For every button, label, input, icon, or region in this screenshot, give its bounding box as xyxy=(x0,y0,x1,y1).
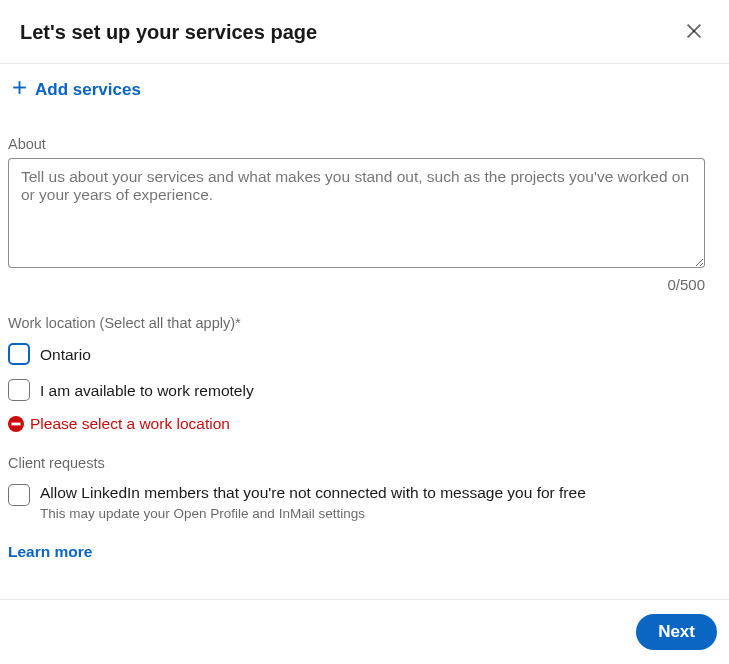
work-location-option-ontario[interactable]: Ontario xyxy=(8,343,721,365)
work-location-error-text: Please select a work location xyxy=(30,415,230,433)
scrollbar[interactable] xyxy=(721,64,729,599)
checkbox-remote[interactable] xyxy=(8,379,30,401)
modal-header: Let's set up your services page xyxy=(0,0,729,64)
about-textarea[interactable] xyxy=(8,158,705,268)
plus-icon xyxy=(10,78,29,102)
work-location-error: Please select a work location xyxy=(8,415,721,433)
modal-footer: Next xyxy=(0,599,729,664)
client-requests-label: Client requests xyxy=(8,455,721,471)
close-button[interactable] xyxy=(679,16,709,49)
services-setup-modal: Let's set up your services page Services… xyxy=(0,0,729,664)
work-location-option-remote[interactable]: I am available to work remotely xyxy=(8,379,721,401)
checkbox-allow-messages-sub: This may update your Open Profile and In… xyxy=(40,506,586,521)
checkbox-ontario-label: Ontario xyxy=(40,345,91,364)
checkbox-remote-label: I am available to work remotely xyxy=(40,381,254,400)
learn-more-link[interactable]: Learn more xyxy=(8,543,92,561)
checkbox-ontario[interactable] xyxy=(8,343,30,365)
work-location-label: Work location (Select all that apply)* xyxy=(8,315,721,331)
svg-rect-5 xyxy=(12,423,21,426)
about-char-count: 0/500 xyxy=(8,276,705,293)
modal-body[interactable]: Services provided Add services About 0/5… xyxy=(0,64,729,599)
client-requests-text: Allow LinkedIn members that you're not c… xyxy=(40,483,586,521)
add-services-label: Add services xyxy=(35,80,141,100)
checkbox-allow-messages-label: Allow LinkedIn members that you're not c… xyxy=(40,483,586,502)
next-button[interactable]: Next xyxy=(636,614,717,650)
close-icon xyxy=(683,20,705,45)
error-icon xyxy=(8,416,24,432)
modal-title: Let's set up your services page xyxy=(20,21,317,44)
client-requests-option[interactable]: Allow LinkedIn members that you're not c… xyxy=(8,483,721,521)
add-services-button[interactable]: Add services xyxy=(8,68,143,114)
checkbox-allow-messages[interactable] xyxy=(8,484,30,506)
about-label: About xyxy=(8,136,721,152)
